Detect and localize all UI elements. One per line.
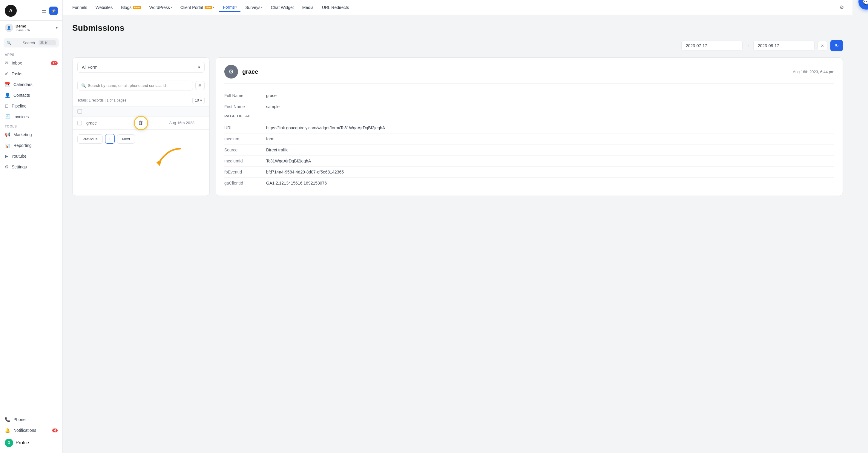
page-field-value: Direct traffic	[266, 144, 834, 156]
nav-item-funnels[interactable]: Funnels	[69, 3, 91, 12]
delete-button[interactable]: 🗑	[134, 116, 148, 130]
next-button[interactable]: Next	[117, 134, 135, 143]
settings-cog-button[interactable]: ⚙	[837, 3, 846, 12]
page-field-label: fbEventId	[224, 167, 266, 178]
page-field-label: gaClientId	[224, 178, 266, 189]
phone-icon: 📞	[5, 417, 10, 422]
notifications-badge: 4	[52, 428, 58, 432]
reporting-icon: 📊	[5, 143, 10, 148]
sidebar: A ☰ ⚡ 👤 Demo Irvine, CA ▾ 🔍 Search ⌘ K A…	[0, 0, 63, 453]
sidebar-item-invoices[interactable]: 🧾 Invoices	[0, 111, 62, 122]
submission-date: Aug 16th 2023	[169, 121, 194, 125]
search-box: 🔍	[78, 80, 193, 91]
sidebar-item-label: Inbox	[12, 61, 22, 65]
date-to-input[interactable]	[753, 41, 814, 51]
totals-row: Totals: 1 records | 1 of 1 pages 10 ▾	[72, 94, 209, 107]
nav-item-forms[interactable]: Forms ▾	[219, 3, 241, 12]
search-box-icon: 🔍	[81, 83, 86, 88]
inbox-badge: 17	[51, 61, 58, 65]
marketing-icon: 📢	[5, 132, 10, 137]
content-grid: All Form ▾ 🔍 ⊞ Totals: 1 records | 1 of …	[72, 57, 843, 196]
flash-button[interactable]: ⚡	[49, 7, 58, 15]
sidebar-item-pipeline[interactable]: ⊟ Pipeline	[0, 101, 62, 111]
settings-icon: ⚙	[5, 164, 9, 170]
field-value: grace	[266, 90, 834, 101]
sidebar-item-label: Contacts	[13, 93, 30, 98]
form-select-label: All Form	[82, 65, 97, 70]
sidebar-item-label: Marketing	[13, 132, 32, 137]
blogs-new-badge: New	[133, 6, 141, 9]
youtube-icon: ▶	[5, 154, 8, 159]
global-search[interactable]: 🔍 Search ⌘ K	[4, 38, 59, 47]
sidebar-item-label: Youtube	[11, 154, 27, 159]
page-field-fbeventid: fbEventId bfd714a4-9584-4d29-8d07-ef5e68…	[224, 167, 834, 178]
chat-icon: 💬	[863, 0, 868, 5]
chat-widget-button[interactable]: 💬 4	[859, 0, 868, 9]
field-label: First Name	[224, 101, 266, 112]
sidebar-item-settings[interactable]: ⚙ Settings	[0, 162, 62, 172]
menu-toggle-icon[interactable]: ☰	[41, 7, 46, 14]
page-field-value: Tc31WqaAjrDqBI2jeqhA	[266, 156, 834, 167]
sidebar-bottom: 📞 Phone 🔔 Notifications 4 G Profile	[0, 411, 62, 453]
table-row[interactable]: grace Aug 16th 2023 ⋮ 🗑	[72, 117, 209, 130]
submission-detail-panel: G grace Aug 16th 2023, 6:44 pm Full Name…	[216, 57, 843, 196]
select-all-checkbox[interactable]	[78, 109, 82, 114]
account-selector[interactable]: 👤 Demo Irvine, CA ▾	[0, 21, 62, 35]
sidebar-item-marketing[interactable]: 📢 Marketing	[0, 129, 62, 140]
page-title: Submissions	[72, 23, 843, 33]
field-first-name: First Name sample	[224, 101, 834, 112]
search-input[interactable]	[88, 83, 189, 88]
nav-item-chat-widget[interactable]: Chat Widget	[267, 3, 298, 12]
contact-avatar: G	[224, 65, 238, 78]
contacts-icon: 👤	[5, 93, 10, 98]
per-page-value: 10	[195, 98, 199, 102]
client-portal-new-badge: New	[205, 6, 213, 9]
date-clear-button[interactable]: ✕	[817, 41, 827, 51]
nav-item-surveys[interactable]: Surveys ▾	[242, 3, 266, 12]
wordpress-chevron-icon: ▾	[170, 6, 172, 9]
nav-item-websites[interactable]: Websites	[92, 3, 116, 12]
page-field-label: Source	[224, 144, 266, 156]
date-refresh-button[interactable]: ↻	[830, 40, 843, 51]
sidebar-item-label: Reporting	[13, 143, 32, 148]
top-navigation: Funnels Websites Blogs New WordPress ▾ C…	[63, 0, 852, 15]
row-checkbox[interactable]	[78, 121, 82, 125]
tasks-icon: ✔	[5, 71, 9, 76]
nav-item-wordpress[interactable]: WordPress ▾	[146, 3, 176, 12]
page-field-label: medium	[224, 133, 266, 144]
profile-item[interactable]: G Profile	[0, 436, 62, 450]
page-field-value: bfd714a4-9584-4d29-8d07-ef5e68142365	[266, 167, 834, 178]
sidebar-item-youtube[interactable]: ▶ Youtube	[0, 151, 62, 162]
sidebar-item-phone[interactable]: 📞 Phone	[0, 414, 62, 425]
page-field-label: mediumId	[224, 156, 266, 167]
page-number[interactable]: 1	[105, 134, 115, 143]
per-page-chevron-icon: ▾	[200, 98, 202, 102]
sidebar-item-contacts[interactable]: 👤 Contacts	[0, 90, 62, 101]
table-header	[72, 107, 209, 117]
previous-button[interactable]: Previous	[78, 134, 103, 143]
date-range-bar: → ✕ ↻	[72, 40, 843, 51]
more-options-icon[interactable]: ⋮	[197, 120, 205, 126]
submissions-panel: All Form ▾ 🔍 ⊞ Totals: 1 records | 1 of …	[72, 57, 210, 196]
sidebar-item-notifications[interactable]: 🔔 Notifications 4	[0, 425, 62, 436]
surveys-chevron-icon: ▾	[261, 6, 262, 9]
per-page-select[interactable]: 10 ▾	[192, 97, 205, 104]
nav-item-blogs[interactable]: Blogs New	[117, 3, 145, 12]
contact-header: G grace Aug 16th 2023, 6:44 pm	[224, 65, 834, 84]
sidebar-item-calendars[interactable]: 📅 Calendars	[0, 79, 62, 90]
form-select-dropdown[interactable]: All Form ▾	[78, 62, 205, 72]
nav-item-client-portal[interactable]: Client Portal New ▾	[177, 3, 218, 12]
nav-item-url-redirects[interactable]: URL Redirects	[318, 3, 353, 12]
sidebar-item-tasks[interactable]: ✔ Tasks	[0, 68, 62, 79]
arrow-annotation	[150, 146, 186, 171]
inbox-icon: ✉	[5, 60, 9, 66]
filter-button[interactable]: ⊞	[195, 81, 205, 90]
pagination: Previous 1 Next	[72, 130, 209, 148]
sidebar-item-inbox[interactable]: ✉ Inbox 17	[0, 58, 62, 68]
submission-name: grace	[86, 121, 166, 125]
sidebar-item-reporting[interactable]: 📊 Reporting	[0, 140, 62, 151]
nav-item-media[interactable]: Media	[299, 3, 317, 12]
sidebar-item-label: Calendars	[13, 82, 33, 87]
svg-marker-0	[156, 160, 162, 166]
date-from-input[interactable]	[681, 41, 743, 51]
